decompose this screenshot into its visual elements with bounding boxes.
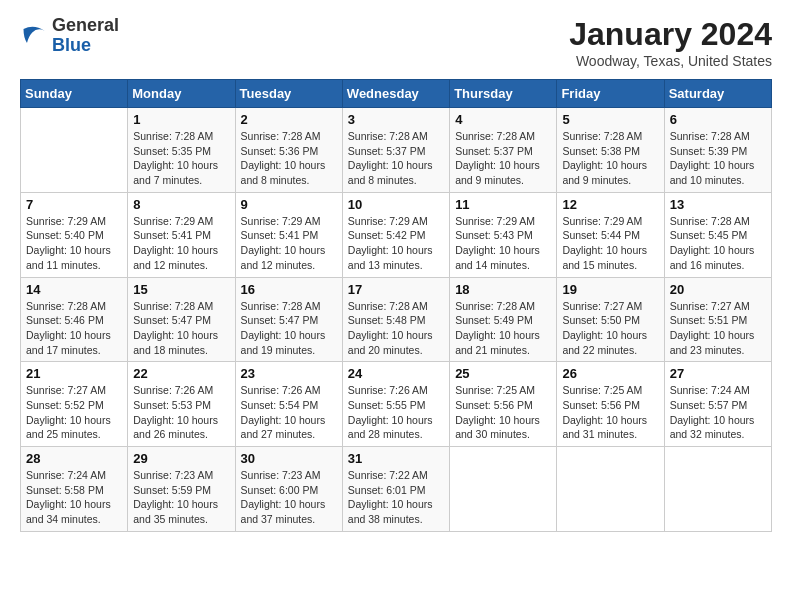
- day-header-friday: Friday: [557, 80, 664, 108]
- day-info: Sunrise: 7:27 AM Sunset: 5:50 PM Dayligh…: [562, 299, 658, 358]
- day-info: Sunrise: 7:29 AM Sunset: 5:41 PM Dayligh…: [241, 214, 337, 273]
- day-number: 16: [241, 282, 337, 297]
- day-header-tuesday: Tuesday: [235, 80, 342, 108]
- day-header-monday: Monday: [128, 80, 235, 108]
- calendar-cell: [557, 447, 664, 532]
- day-number: 28: [26, 451, 122, 466]
- calendar-cell: 1Sunrise: 7:28 AM Sunset: 5:35 PM Daylig…: [128, 108, 235, 193]
- day-info: Sunrise: 7:25 AM Sunset: 5:56 PM Dayligh…: [562, 383, 658, 442]
- day-info: Sunrise: 7:23 AM Sunset: 6:00 PM Dayligh…: [241, 468, 337, 527]
- day-info: Sunrise: 7:28 AM Sunset: 5:38 PM Dayligh…: [562, 129, 658, 188]
- calendar-cell: 8Sunrise: 7:29 AM Sunset: 5:41 PM Daylig…: [128, 192, 235, 277]
- day-number: 21: [26, 366, 122, 381]
- day-info: Sunrise: 7:28 AM Sunset: 5:39 PM Dayligh…: [670, 129, 766, 188]
- day-header-saturday: Saturday: [664, 80, 771, 108]
- day-info: Sunrise: 7:25 AM Sunset: 5:56 PM Dayligh…: [455, 383, 551, 442]
- calendar-table: SundayMondayTuesdayWednesdayThursdayFrid…: [20, 79, 772, 532]
- calendar-cell: 17Sunrise: 7:28 AM Sunset: 5:48 PM Dayli…: [342, 277, 449, 362]
- calendar-cell: 4Sunrise: 7:28 AM Sunset: 5:37 PM Daylig…: [450, 108, 557, 193]
- calendar-cell: 29Sunrise: 7:23 AM Sunset: 5:59 PM Dayli…: [128, 447, 235, 532]
- day-number: 19: [562, 282, 658, 297]
- day-info: Sunrise: 7:29 AM Sunset: 5:42 PM Dayligh…: [348, 214, 444, 273]
- calendar-cell: 6Sunrise: 7:28 AM Sunset: 5:39 PM Daylig…: [664, 108, 771, 193]
- calendar-cell: 12Sunrise: 7:29 AM Sunset: 5:44 PM Dayli…: [557, 192, 664, 277]
- day-info: Sunrise: 7:26 AM Sunset: 5:53 PM Dayligh…: [133, 383, 229, 442]
- calendar-cell: 10Sunrise: 7:29 AM Sunset: 5:42 PM Dayli…: [342, 192, 449, 277]
- day-info: Sunrise: 7:28 AM Sunset: 5:47 PM Dayligh…: [241, 299, 337, 358]
- calendar-week-2: 7Sunrise: 7:29 AM Sunset: 5:40 PM Daylig…: [21, 192, 772, 277]
- day-info: Sunrise: 7:28 AM Sunset: 5:35 PM Dayligh…: [133, 129, 229, 188]
- day-number: 12: [562, 197, 658, 212]
- day-number: 20: [670, 282, 766, 297]
- day-number: 26: [562, 366, 658, 381]
- day-number: 1: [133, 112, 229, 127]
- calendar-cell: 2Sunrise: 7:28 AM Sunset: 5:36 PM Daylig…: [235, 108, 342, 193]
- calendar-cell: 20Sunrise: 7:27 AM Sunset: 5:51 PM Dayli…: [664, 277, 771, 362]
- day-number: 25: [455, 366, 551, 381]
- calendar-cell: 26Sunrise: 7:25 AM Sunset: 5:56 PM Dayli…: [557, 362, 664, 447]
- day-info: Sunrise: 7:29 AM Sunset: 5:44 PM Dayligh…: [562, 214, 658, 273]
- calendar-cell: [664, 447, 771, 532]
- day-info: Sunrise: 7:28 AM Sunset: 5:47 PM Dayligh…: [133, 299, 229, 358]
- day-info: Sunrise: 7:22 AM Sunset: 6:01 PM Dayligh…: [348, 468, 444, 527]
- calendar-cell: 27Sunrise: 7:24 AM Sunset: 5:57 PM Dayli…: [664, 362, 771, 447]
- title-block: January 2024 Woodway, Texas, United Stat…: [569, 16, 772, 69]
- day-number: 29: [133, 451, 229, 466]
- calendar-week-4: 21Sunrise: 7:27 AM Sunset: 5:52 PM Dayli…: [21, 362, 772, 447]
- calendar-cell: 22Sunrise: 7:26 AM Sunset: 5:53 PM Dayli…: [128, 362, 235, 447]
- calendar-cell: 13Sunrise: 7:28 AM Sunset: 5:45 PM Dayli…: [664, 192, 771, 277]
- calendar-cell: 9Sunrise: 7:29 AM Sunset: 5:41 PM Daylig…: [235, 192, 342, 277]
- day-number: 23: [241, 366, 337, 381]
- day-info: Sunrise: 7:29 AM Sunset: 5:41 PM Dayligh…: [133, 214, 229, 273]
- day-number: 27: [670, 366, 766, 381]
- day-info: Sunrise: 7:27 AM Sunset: 5:51 PM Dayligh…: [670, 299, 766, 358]
- day-info: Sunrise: 7:27 AM Sunset: 5:52 PM Dayligh…: [26, 383, 122, 442]
- calendar-subtitle: Woodway, Texas, United States: [569, 53, 772, 69]
- day-info: Sunrise: 7:24 AM Sunset: 5:58 PM Dayligh…: [26, 468, 122, 527]
- calendar-cell: [450, 447, 557, 532]
- day-info: Sunrise: 7:23 AM Sunset: 5:59 PM Dayligh…: [133, 468, 229, 527]
- calendar-cell: 24Sunrise: 7:26 AM Sunset: 5:55 PM Dayli…: [342, 362, 449, 447]
- day-number: 9: [241, 197, 337, 212]
- calendar-cell: 23Sunrise: 7:26 AM Sunset: 5:54 PM Dayli…: [235, 362, 342, 447]
- calendar-cell: 19Sunrise: 7:27 AM Sunset: 5:50 PM Dayli…: [557, 277, 664, 362]
- calendar-cell: [21, 108, 128, 193]
- day-header-sunday: Sunday: [21, 80, 128, 108]
- day-info: Sunrise: 7:28 AM Sunset: 5:46 PM Dayligh…: [26, 299, 122, 358]
- day-number: 15: [133, 282, 229, 297]
- day-info: Sunrise: 7:26 AM Sunset: 5:54 PM Dayligh…: [241, 383, 337, 442]
- calendar-cell: 25Sunrise: 7:25 AM Sunset: 5:56 PM Dayli…: [450, 362, 557, 447]
- day-number: 6: [670, 112, 766, 127]
- day-number: 7: [26, 197, 122, 212]
- calendar-body: 1Sunrise: 7:28 AM Sunset: 5:35 PM Daylig…: [21, 108, 772, 532]
- logo-text: General Blue: [52, 16, 119, 56]
- calendar-week-5: 28Sunrise: 7:24 AM Sunset: 5:58 PM Dayli…: [21, 447, 772, 532]
- day-number: 11: [455, 197, 551, 212]
- day-info: Sunrise: 7:28 AM Sunset: 5:37 PM Dayligh…: [455, 129, 551, 188]
- calendar-week-3: 14Sunrise: 7:28 AM Sunset: 5:46 PM Dayli…: [21, 277, 772, 362]
- calendar-cell: 14Sunrise: 7:28 AM Sunset: 5:46 PM Dayli…: [21, 277, 128, 362]
- calendar-cell: 31Sunrise: 7:22 AM Sunset: 6:01 PM Dayli…: [342, 447, 449, 532]
- calendar-cell: 11Sunrise: 7:29 AM Sunset: 5:43 PM Dayli…: [450, 192, 557, 277]
- day-number: 13: [670, 197, 766, 212]
- day-info: Sunrise: 7:24 AM Sunset: 5:57 PM Dayligh…: [670, 383, 766, 442]
- day-info: Sunrise: 7:29 AM Sunset: 5:43 PM Dayligh…: [455, 214, 551, 273]
- day-number: 2: [241, 112, 337, 127]
- day-number: 22: [133, 366, 229, 381]
- calendar-cell: 5Sunrise: 7:28 AM Sunset: 5:38 PM Daylig…: [557, 108, 664, 193]
- calendar-week-1: 1Sunrise: 7:28 AM Sunset: 5:35 PM Daylig…: [21, 108, 772, 193]
- page-header: General Blue January 2024 Woodway, Texas…: [20, 16, 772, 69]
- calendar-cell: 30Sunrise: 7:23 AM Sunset: 6:00 PM Dayli…: [235, 447, 342, 532]
- day-info: Sunrise: 7:28 AM Sunset: 5:37 PM Dayligh…: [348, 129, 444, 188]
- calendar-cell: 3Sunrise: 7:28 AM Sunset: 5:37 PM Daylig…: [342, 108, 449, 193]
- day-number: 4: [455, 112, 551, 127]
- day-number: 14: [26, 282, 122, 297]
- calendar-cell: 16Sunrise: 7:28 AM Sunset: 5:47 PM Dayli…: [235, 277, 342, 362]
- day-number: 31: [348, 451, 444, 466]
- day-number: 10: [348, 197, 444, 212]
- day-info: Sunrise: 7:28 AM Sunset: 5:48 PM Dayligh…: [348, 299, 444, 358]
- logo: General Blue: [20, 16, 119, 56]
- day-number: 8: [133, 197, 229, 212]
- day-info: Sunrise: 7:28 AM Sunset: 5:49 PM Dayligh…: [455, 299, 551, 358]
- day-number: 5: [562, 112, 658, 127]
